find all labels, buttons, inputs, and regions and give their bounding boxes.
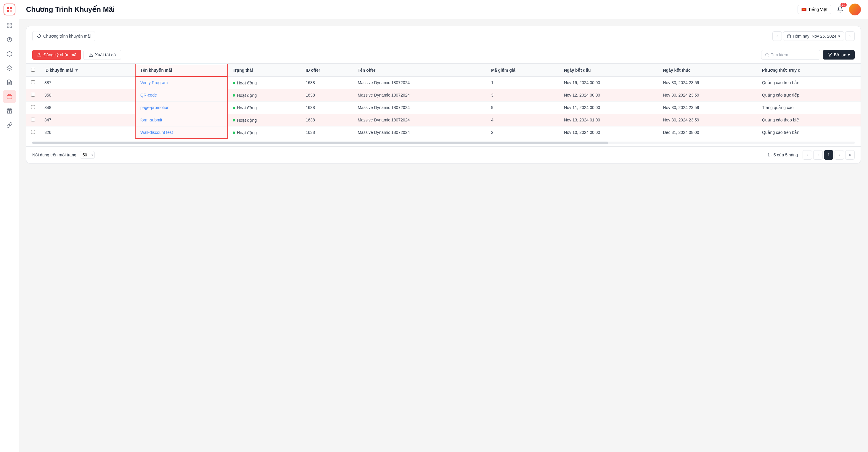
language-label: Tiếng Việt [808,7,828,12]
row-select-checkbox[interactable] [31,118,35,121]
promotions-table: ID khuyến mãi ▼ Tên khuyến mãi Trạng thá… [26,64,861,139]
nav-arrows: ‹ Hôm nay: Nov 25, 2024 ▾ › [772,31,855,41]
table-row: 350 QR-code Hoạt động 1638 Massive Dynam… [26,89,861,101]
sidebar-item-dashboard[interactable] [3,19,16,32]
table-row: 348 page-promotion Hoạt động 1638 Massiv… [26,101,861,114]
svg-rect-0 [7,7,9,9]
prev-arrow-button[interactable]: ‹ [772,31,782,41]
row-select-checkbox[interactable] [31,130,35,134]
svg-rect-14 [7,95,12,99]
filter-button[interactable]: Bộ lọc ▾ [823,50,855,60]
svg-rect-2 [7,10,9,12]
first-page-button[interactable]: « [803,150,812,160]
page-1-button[interactable]: 1 [824,150,833,160]
select-all-checkbox[interactable] [31,68,35,72]
date-label: Hôm nay: Nov 25, 2024 [793,34,836,38]
table-header-row: ID khuyến mãi ▼ Tên khuyến mãi Trạng thá… [26,64,861,77]
row-ma-giam-gia: 3 [487,89,559,101]
row-ngay-bat-dau: Nov 12, 2024 00:00 [559,89,658,101]
page-header: Chương Trình Khuyến Mãi 🇻🇳 Tiếng Việt 30 [19,0,868,19]
promo-name-link[interactable]: Verify Program [140,80,168,85]
language-button[interactable]: 🇻🇳 Tiếng Việt [798,5,831,14]
next-page-button[interactable]: › [835,150,844,160]
actions-left: Đăng ký nhận mã Xuất tất cả [32,50,121,60]
sidebar-item-gift[interactable] [3,104,16,117]
row-id: 347 [40,114,135,126]
row-id: 387 [40,77,135,89]
row-ngay-bat-dau: Nov 19, 2024 00:00 [559,77,658,89]
notification-button[interactable]: 30 [835,4,845,15]
row-ten-offer: Massive Dynamic 18072024 [353,101,487,114]
sidebar-item-documents[interactable] [3,76,16,89]
row-ngay-ket-thuc: Dec 31, 2024 08:00 [658,126,757,139]
col-trang-thai: Trạng thái [228,64,301,77]
row-ngay-ket-thuc: Nov 30, 2024 23:59 [658,89,757,101]
row-phuong-thuc: Quảng cáo trực tiếp [757,89,861,101]
svg-rect-1 [10,7,12,9]
row-checkbox [26,101,40,114]
row-phuong-thuc: Quảng cáo trên bản [757,77,861,89]
row-select-checkbox[interactable] [31,93,35,96]
filter-button-label: Bộ lọc [834,53,846,57]
row-checkbox [26,89,40,101]
main-card: Chương trình khuyến mãi ‹ Hôm nay: Nov 2… [26,26,861,163]
sidebar-item-analytics[interactable] [3,33,16,46]
export-button[interactable]: Xuất tất cả [84,50,121,60]
svg-point-24 [765,53,768,56]
pagination-info: 1 - 5 của 5 hàng [768,153,798,157]
row-select-checkbox[interactable] [31,80,35,84]
promo-name-link[interactable]: QR-code [140,93,157,97]
row-select-checkbox[interactable] [31,105,35,109]
row-trang-thai: Hoạt động [228,126,301,139]
col-ngay-bat-dau: Ngày bắt đầu [559,64,658,77]
next-arrow-button[interactable]: › [845,31,855,41]
register-button[interactable]: Đăng ký nhận mã [32,50,81,60]
promo-name-link[interactable]: form-submit [140,118,162,122]
tag-icon [37,34,41,38]
search-placeholder: Tìm kiếm [771,53,788,57]
share-icon [37,53,42,57]
row-ngay-bat-dau: Nov 11, 2024 00:00 [559,101,658,114]
calendar-icon [787,34,791,38]
table-footer: Nội dung trên mỗi trang: 50 25 10 ▾ 1 - … [26,146,861,163]
tab-promotions-label: Chương trình khuyến mãi [43,34,91,38]
last-page-button[interactable]: » [845,150,855,160]
scrollbar-thumb [32,142,608,144]
toolbar-left: Chương trình khuyến mãi [32,31,95,41]
date-button[interactable]: Hôm nay: Nov 25, 2024 ▾ [783,31,844,41]
per-page-select[interactable]: 50 25 10 [80,151,95,159]
user-avatar[interactable] [849,4,861,16]
row-id: 326 [40,126,135,139]
search-box[interactable]: Tìm kiếm [761,50,820,60]
sort-icon: ▼ [74,68,79,72]
svg-marker-11 [7,66,12,69]
sidebar-item-campaigns[interactable] [3,48,16,60]
promo-name-link[interactable]: page-promotion [140,105,169,110]
col-id-offer: ID offer [301,64,353,77]
sidebar-item-layers[interactable] [3,62,16,74]
per-page-label: Nội dung trên mỗi trang: [32,153,78,157]
svg-line-25 [768,56,769,57]
page-title: Chương Trình Khuyến Mãi [26,5,115,13]
row-id: 350 [40,89,135,101]
row-ngay-ket-thuc: Nov 30, 2024 23:59 [658,101,757,114]
actions-right: Tìm kiếm Bộ lọc ▾ [761,50,855,60]
row-id: 348 [40,101,135,114]
status-badge: Hoạt động [233,93,257,98]
register-button-label: Đăng ký nhận mã [43,53,76,57]
promo-name-link[interactable]: Wall-discount test [140,130,173,135]
row-ten-offer: Massive Dynamic 18072024 [353,126,487,139]
row-ten-offer: Massive Dynamic 18072024 [353,89,487,101]
export-icon [89,53,93,57]
col-phuong-thuc: Phương thức truy c [757,64,861,77]
svg-marker-26 [828,53,832,57]
row-ngay-ket-thuc: Nov 30, 2024 23:59 [658,114,757,126]
row-ten-khuyen-mai: form-submit [135,114,228,126]
status-badge: Hoạt động [233,81,257,85]
prev-page-button[interactable]: ‹ [813,150,823,160]
horizontal-scrollbar[interactable] [26,139,861,146]
tab-promotions[interactable]: Chương trình khuyến mãi [32,31,95,41]
sidebar-item-promotions[interactable] [3,90,16,103]
sidebar-item-links[interactable] [3,119,16,131]
table-row: 326 Wall-discount test Hoạt động 1638 Ma… [26,126,861,139]
